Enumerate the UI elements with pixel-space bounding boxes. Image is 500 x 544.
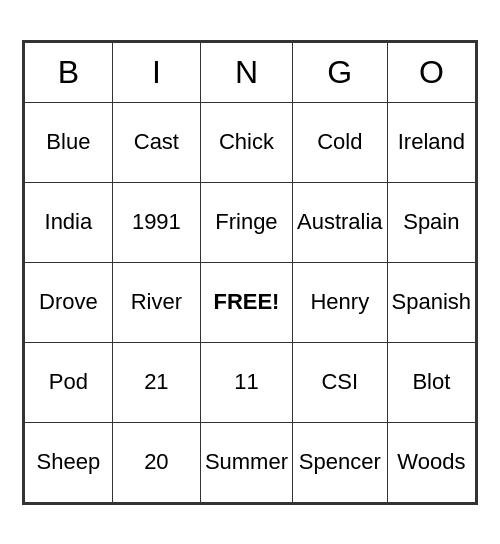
- bingo-cell: Woods: [387, 422, 476, 502]
- bingo-cell: Cold: [293, 102, 388, 182]
- bingo-cell: Fringe: [200, 182, 292, 262]
- header-b: B: [24, 42, 112, 102]
- bingo-cell: Blue: [24, 102, 112, 182]
- bingo-cell: 21: [112, 342, 200, 422]
- header-n: N: [200, 42, 292, 102]
- header-o: O: [387, 42, 476, 102]
- bingo-cell: Cast: [112, 102, 200, 182]
- bingo-cell: Australia: [293, 182, 388, 262]
- bingo-cell: CSI: [293, 342, 388, 422]
- bingo-cell: India: [24, 182, 112, 262]
- bingo-card: B I N G O BlueCastChickColdIrelandIndia1…: [22, 40, 478, 505]
- bingo-row: India1991FringeAustraliaSpain: [24, 182, 475, 262]
- bingo-cell: Sheep: [24, 422, 112, 502]
- bingo-row: Pod2111CSIBlot: [24, 342, 475, 422]
- bingo-cell: 11: [200, 342, 292, 422]
- bingo-header-row: B I N G O: [24, 42, 475, 102]
- bingo-row: DroveRiverFREE!HenrySpanish: [24, 262, 475, 342]
- bingo-cell: Spain: [387, 182, 476, 262]
- bingo-cell: Summer: [200, 422, 292, 502]
- header-i: I: [112, 42, 200, 102]
- bingo-cell: Pod: [24, 342, 112, 422]
- bingo-cell: Chick: [200, 102, 292, 182]
- header-g: G: [293, 42, 388, 102]
- bingo-cell: Blot: [387, 342, 476, 422]
- bingo-cell: 20: [112, 422, 200, 502]
- bingo-cell: River: [112, 262, 200, 342]
- bingo-row: Sheep20SummerSpencerWoods: [24, 422, 475, 502]
- bingo-cell: Spanish: [387, 262, 476, 342]
- bingo-cell: 1991: [112, 182, 200, 262]
- bingo-cell: Drove: [24, 262, 112, 342]
- bingo-cell: Spencer: [293, 422, 388, 502]
- bingo-cell: Henry: [293, 262, 388, 342]
- bingo-cell: FREE!: [200, 262, 292, 342]
- bingo-row: BlueCastChickColdIreland: [24, 102, 475, 182]
- bingo-cell: Ireland: [387, 102, 476, 182]
